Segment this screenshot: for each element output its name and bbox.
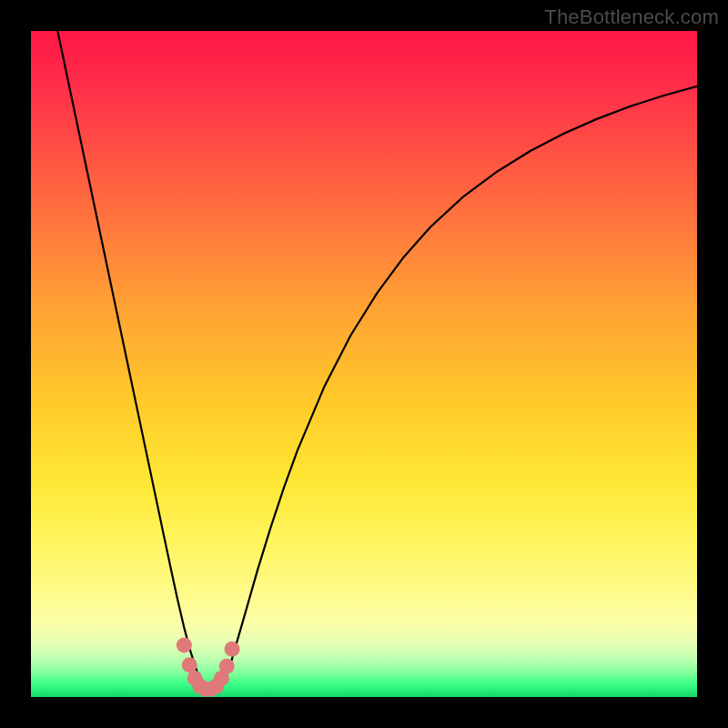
optimal-range-markers xyxy=(31,31,697,697)
marker-dot xyxy=(177,637,192,652)
marker-dot xyxy=(219,659,235,674)
marker-dot xyxy=(182,657,197,672)
watermark-text: TheBottleneck.com xyxy=(544,5,719,29)
outer-frame: TheBottleneck.com xyxy=(0,0,728,728)
plot-area xyxy=(31,31,697,697)
marker-dot xyxy=(225,642,240,657)
